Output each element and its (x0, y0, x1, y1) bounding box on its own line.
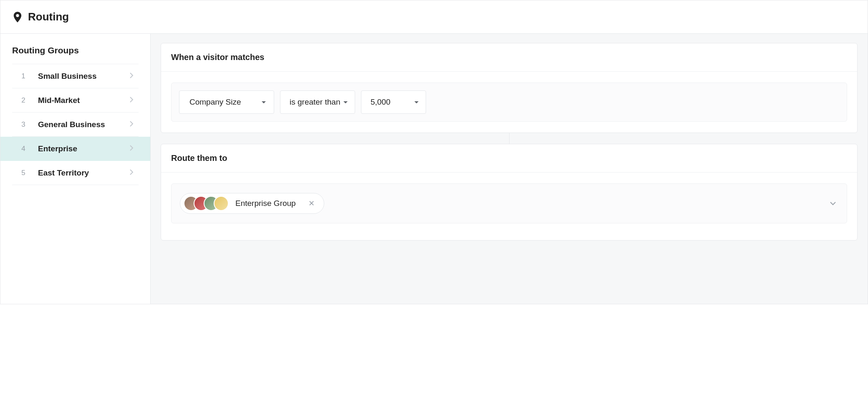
route-destination-select[interactable]: Enterprise Group ✕ (171, 183, 847, 223)
rule-row: Company Size is greater than (171, 83, 847, 122)
caret-down-icon (343, 98, 348, 106)
rule-value-text: 5,000 (371, 98, 391, 107)
chevron-down-icon (830, 200, 838, 207)
group-number: 1 (20, 72, 27, 80)
card-connector (161, 133, 858, 144)
group-item-general-business[interactable]: 3 General Business (12, 113, 139, 137)
selected-group-chip: Enterprise Group ✕ (180, 193, 324, 214)
avatar (214, 196, 229, 211)
group-label: East Territory (38, 168, 119, 178)
group-number: 3 (20, 120, 27, 129)
caret-down-icon (414, 98, 419, 106)
group-label: General Business (38, 120, 119, 129)
route-destination-card: Route them to Enterprise Group ✕ (161, 144, 858, 241)
sidebar-title: Routing Groups (0, 41, 150, 64)
main-panel: When a visitor matches Company Size is g… (151, 34, 868, 304)
group-number: 5 (20, 169, 27, 177)
caret-down-icon (261, 98, 266, 106)
group-number: 2 (20, 96, 27, 105)
chip-label: Enterprise Group (234, 199, 296, 208)
location-pin-icon (13, 12, 22, 23)
rule-field-select[interactable]: Company Size (179, 90, 274, 114)
avatar-stack (184, 196, 229, 211)
match-card-body: Company Size is greater than (161, 72, 857, 133)
route-card-title: Route them to (161, 144, 857, 173)
group-label: Enterprise (38, 144, 119, 153)
chevron-right-icon (129, 72, 134, 80)
group-list: 1 Small Business 2 Mid-Market 3 General … (12, 64, 139, 185)
page-body: Routing Groups 1 Small Business 2 Mid-Ma… (0, 34, 868, 304)
close-icon[interactable]: ✕ (301, 200, 316, 207)
rule-operator-select[interactable]: is greater than (280, 90, 355, 114)
match-card-title: When a visitor matches (161, 43, 857, 72)
chevron-right-icon (129, 120, 134, 129)
group-item-enterprise[interactable]: 4 Enterprise (0, 137, 150, 161)
chevron-right-icon (129, 96, 134, 105)
routing-app: Routing Routing Groups 1 Small Business … (0, 0, 868, 304)
routing-groups-sidebar: Routing Groups 1 Small Business 2 Mid-Ma… (0, 34, 151, 304)
group-item-small-business[interactable]: 1 Small Business (12, 64, 139, 88)
group-number: 4 (20, 145, 27, 153)
group-item-mid-market[interactable]: 2 Mid-Market (12, 88, 139, 113)
chevron-right-icon (129, 145, 134, 153)
rule-value-select[interactable]: 5,000 (361, 90, 426, 114)
match-condition-card: When a visitor matches Company Size is g… (161, 43, 858, 133)
rule-operator-value: is greater than (290, 98, 340, 107)
page-title: Routing (28, 10, 69, 23)
route-card-body: Enterprise Group ✕ (161, 173, 857, 240)
chevron-right-icon (129, 169, 134, 177)
page-header: Routing (0, 0, 868, 34)
group-item-east-territory[interactable]: 5 East Territory (12, 161, 139, 185)
group-label: Mid-Market (38, 96, 119, 105)
group-label: Small Business (38, 72, 119, 81)
rule-field-value: Company Size (189, 98, 241, 107)
